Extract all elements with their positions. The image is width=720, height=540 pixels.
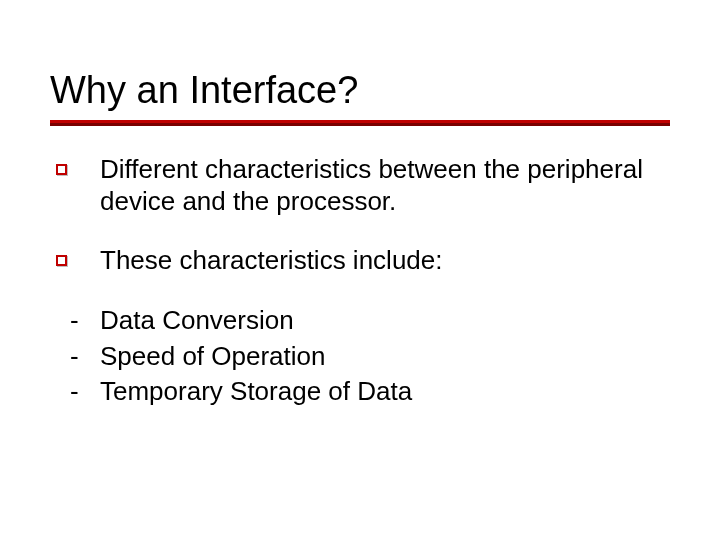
dash-item: - Data Conversion xyxy=(50,305,670,337)
bullet-item: These characteristics include: xyxy=(50,245,670,277)
dash-text: Data Conversion xyxy=(100,305,294,335)
title-underline xyxy=(50,120,670,126)
slide-body: Different characteristics between the pe… xyxy=(50,154,670,408)
dash-text: Speed of Operation xyxy=(100,341,326,371)
dash-bullet-icon: - xyxy=(70,341,79,373)
bullet-text: These characteristics include: xyxy=(100,245,442,275)
bullet-text: Different characteristics between the pe… xyxy=(100,154,643,216)
dash-text: Temporary Storage of Data xyxy=(100,376,412,406)
square-bullet-icon xyxy=(56,255,67,266)
dash-bullet-icon: - xyxy=(70,305,79,337)
dash-bullet-icon: - xyxy=(70,376,79,408)
bullet-item: Different characteristics between the pe… xyxy=(50,154,670,217)
dash-item: - Temporary Storage of Data xyxy=(50,376,670,408)
dash-item: - Speed of Operation xyxy=(50,341,670,373)
square-bullet-icon xyxy=(56,164,67,175)
slide: Why an Interface? Different characterist… xyxy=(0,0,720,540)
slide-title: Why an Interface? xyxy=(50,70,670,112)
